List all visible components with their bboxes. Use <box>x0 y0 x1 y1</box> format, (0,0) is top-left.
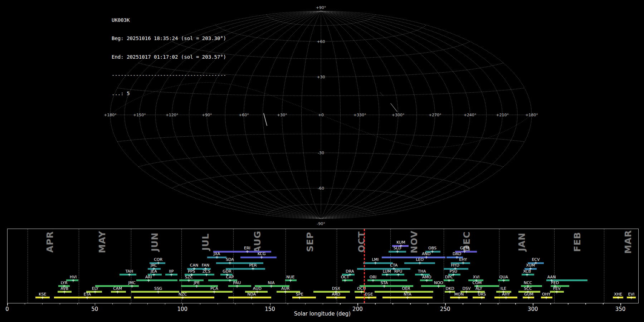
shower-bar <box>421 285 446 287</box>
x-minor-tick <box>200 303 201 304</box>
x-minor-tick <box>147 303 148 304</box>
x-minor-tick <box>235 303 236 304</box>
sky-grid-meridian <box>321 11 517 219</box>
x-minor-tick <box>60 303 60 304</box>
sporadic-count-line: ...: 5 <box>112 91 226 97</box>
sky-grid-meridian <box>321 11 398 219</box>
sky-grid-meridian <box>321 11 360 219</box>
x-major-tick <box>357 303 358 306</box>
dec-label: +30 <box>317 75 325 79</box>
dec-label: +60 <box>317 39 325 44</box>
shower-bar <box>179 279 204 281</box>
shower-bar <box>181 291 233 293</box>
dec-label: -60 <box>318 186 324 191</box>
x-minor-tick <box>253 303 253 304</box>
shower-bar <box>228 285 251 287</box>
shower-bar <box>292 297 316 298</box>
ra-label: +60° <box>239 113 249 117</box>
x-major-tick <box>533 303 533 306</box>
sky-grid-meridian <box>321 11 532 219</box>
sky-grid-parallel <box>267 15 376 25</box>
ra-label: +120° <box>166 113 179 117</box>
observation-info-block: UK003K Beg: 20251016 18:35:24 (sol = 203… <box>112 5 226 109</box>
x-minor-tick <box>288 303 288 304</box>
meteor-trail <box>264 113 267 126</box>
month-boundary-line <box>444 229 444 303</box>
ra-label: +300° <box>392 113 405 117</box>
x-minor-tick <box>428 303 428 304</box>
month-label: SEP <box>304 232 315 252</box>
shower-bar <box>382 257 446 258</box>
x-minor-tick <box>340 303 341 304</box>
x-minor-tick <box>498 303 498 304</box>
x-major-tick <box>620 303 621 306</box>
station-id: UK003K <box>112 17 226 23</box>
end-time-line: End: 20251017 01:17:02 (sol = 203.57°) <box>112 54 226 60</box>
ra-label: +330° <box>353 113 366 117</box>
sky-grid-parallel <box>172 171 470 188</box>
sky-grid-parallel <box>138 153 503 167</box>
month-label: OCT <box>356 231 367 253</box>
shower-bar <box>363 262 393 264</box>
x-minor-tick <box>375 303 376 304</box>
month-label: APR <box>44 231 55 253</box>
month-boundary-line <box>28 229 28 303</box>
ra-label: +150° <box>133 113 146 117</box>
sky-grid-meridian <box>321 11 417 219</box>
month-label: JUN <box>150 232 160 252</box>
x-minor-tick <box>305 303 306 304</box>
month-label: JAN <box>517 233 527 252</box>
month-label: AUG <box>252 231 262 253</box>
x-tick-label: 350 <box>615 306 626 312</box>
x-major-tick <box>7 303 8 306</box>
x-tick-label: 50 <box>91 306 98 312</box>
x-minor-tick <box>463 303 463 304</box>
meteor-trail <box>380 92 383 96</box>
x-tick-label: 250 <box>440 306 450 312</box>
sky-grid-parallel <box>216 188 426 205</box>
ra-label: +270° <box>429 113 441 117</box>
sky-grid-meridian <box>321 11 341 219</box>
sky-grid-meridian <box>244 11 321 219</box>
month-label: MAR <box>623 230 633 254</box>
sky-grid-meridian <box>321 11 502 219</box>
month-label: NOV <box>409 230 419 253</box>
separator-line: -------------------------------------- <box>112 72 226 78</box>
radiant-plot-screen: +180°+150°+120°+90°+60°+30°+0+330°+300°+… <box>0 0 644 322</box>
sky-grid-meridian <box>225 11 321 219</box>
sky-grid-meridian <box>263 11 321 219</box>
sky-grid-parallel <box>267 204 376 215</box>
month-boundary-line <box>79 229 79 303</box>
x-minor-tick <box>515 303 516 304</box>
x-minor-tick <box>323 303 323 304</box>
x-minor-tick <box>392 303 393 304</box>
sky-grid-parallel <box>117 134 525 142</box>
ra-label: +240° <box>464 113 477 117</box>
dec-label: +90° <box>316 5 326 10</box>
begin-time-line: Beg: 20251016 18:35:24 (sol = 203.30°) <box>112 35 226 42</box>
month-label: JUL <box>200 233 211 251</box>
shower-bar <box>136 279 177 281</box>
x-major-tick <box>182 303 183 306</box>
shower-bar <box>134 297 214 298</box>
month-boundary-line <box>233 229 234 303</box>
shower-bar <box>208 279 237 281</box>
shower-bar <box>131 291 179 293</box>
sky-grid-meridian <box>321 11 453 219</box>
x-tick-label: 0 <box>5 306 9 312</box>
current-sol-line <box>364 229 365 303</box>
sky-grid-meridian <box>321 11 487 219</box>
sky-grid-meridian <box>321 11 379 219</box>
x-tick-label: 300 <box>528 306 538 312</box>
x-minor-tick <box>112 303 113 304</box>
month-label: MAY <box>97 231 107 253</box>
x-minor-tick <box>77 303 78 304</box>
ra-label: +180° <box>525 113 538 117</box>
month-label: FEB <box>572 232 582 252</box>
meteor-trail <box>391 103 397 112</box>
ra-label: +210° <box>496 113 509 117</box>
x-axis-title: Solar longitude (deg) <box>294 311 351 317</box>
x-minor-tick <box>585 303 586 304</box>
shower-activity-chart: APRMAYJUNJULAUGSEPOCTNOVDECJANFEBMARKUM+… <box>7 229 639 303</box>
sky-grid-meridian <box>321 11 435 219</box>
